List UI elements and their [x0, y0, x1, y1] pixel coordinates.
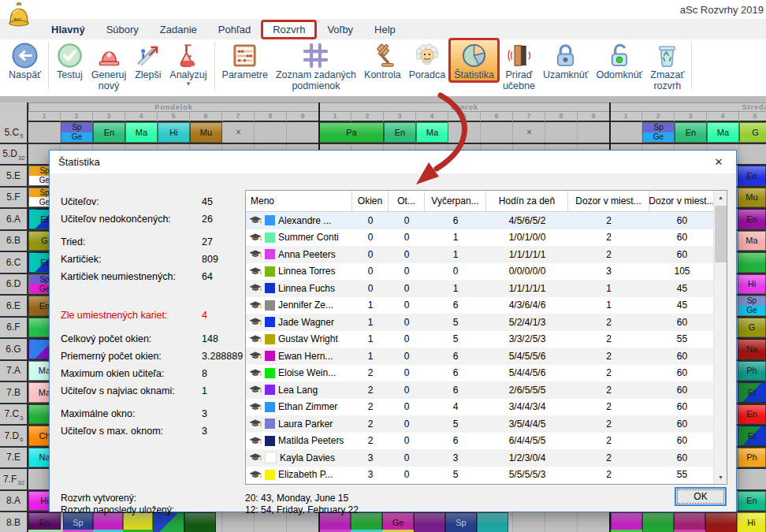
class-row-label-8.B[interactable]: 8.B — [0, 512, 28, 532]
toolbar-button-priraď[interactable]: Priraďučebne — [499, 39, 539, 91]
toolbar-button-odomknúť[interactable]: Odomknúť — [592, 39, 646, 80]
timetable-cell[interactable]: Hi — [158, 122, 190, 143]
toolbar-button-štatistika[interactable]: Štatistika — [448, 38, 500, 83]
column-header-meno[interactable]: Meno — [246, 191, 352, 211]
class-row-label-7.D[interactable]: 7.D6 — [0, 426, 28, 448]
empty-cell[interactable] — [739, 469, 766, 489]
toolbar-button-testuj[interactable]: Testuj — [52, 39, 87, 80]
empty-cell[interactable] — [448, 122, 481, 143]
timetable-cell[interactable]: Mu — [190, 122, 222, 143]
timetable-cell[interactable] — [705, 512, 737, 532]
timetable-cell[interactable]: Ma — [125, 122, 158, 143]
toolbar-button-zlepši[interactable]: Zlepši — [130, 39, 165, 80]
toolbar-button-generuj[interactable]: Generujnový — [87, 39, 130, 91]
scrollbar-up-icon[interactable]: ▲ — [714, 191, 727, 204]
timetable-cell[interactable]: Mu — [738, 188, 766, 208]
teacher-row[interactable]: Eloise Wein...2065/4/4/5/6260 — [246, 365, 727, 382]
timetable-cell[interactable]: Hi — [738, 274, 766, 295]
timetable-cell[interactable]: Sp — [445, 512, 477, 532]
class-row-label-6.G[interactable]: 6.G — [0, 339, 28, 361]
timetable-cell[interactable]: Pa — [319, 122, 384, 143]
teacher-row[interactable]: Ethan Zimmer2043/4/4/3/4260 — [246, 399, 727, 416]
timetable-cell[interactable]: G — [739, 122, 766, 143]
timetable-cell[interactable]: Ph — [738, 448, 766, 468]
timetable-cell[interactable]: Et — [738, 382, 766, 403]
column-header-5[interactable]: Dozor v miest... — [568, 191, 649, 211]
teacher-row[interactable]: Summer Conti0011/0/1/0/0260 — [246, 229, 727, 247]
timetable-cell[interactable]: Ma — [707, 122, 739, 143]
timetable-cell[interactable]: En — [93, 122, 125, 143]
timetable-cell[interactable]: Ma — [738, 231, 766, 251]
empty-cell[interactable] — [578, 512, 610, 532]
timetable-mark-cell[interactable]: × — [513, 122, 545, 143]
timetable-cell[interactable] — [184, 512, 216, 532]
timetable-cell[interactable]: Et — [738, 426, 766, 446]
teacher-row[interactable]: Jennifer Ze...1064/3/6/4/6145 — [246, 297, 727, 314]
teacher-row[interactable]: Elizabeth P...3055/5/5/5/3255 — [246, 467, 727, 484]
teacher-row[interactable]: Ewan Hern...1065/4/5/5/6260 — [246, 348, 727, 365]
menu-tab-voľby[interactable]: Voľby — [317, 20, 363, 39]
timetable-cell[interactable]: Ma — [416, 122, 448, 143]
class-row-label-5.F[interactable]: 5.F — [0, 188, 28, 210]
timetable-cell[interactable]: En — [738, 166, 766, 186]
toolbar-button-kontrola[interactable]: Kontrola — [360, 39, 405, 80]
empty-cell[interactable] — [578, 122, 610, 143]
class-row-label-6.B[interactable]: 6.B — [0, 231, 28, 253]
class-row-label-6.E[interactable]: 6.E — [0, 296, 28, 318]
class-row-label-8.A[interactable]: 8.A — [0, 491, 28, 513]
empty-cell[interactable] — [513, 512, 545, 532]
scrollbar-down-icon[interactable]: ▼ — [714, 471, 727, 484]
scrollbar-track[interactable]: ▲ ▼ — [713, 191, 727, 484]
class-row-label-7.C[interactable]: 7.C3 — [0, 404, 28, 426]
toolbar-button-naspäť[interactable]: Naspäť — [5, 39, 45, 80]
timetable-cell[interactable]: SpGe — [61, 122, 93, 143]
timetable-cell[interactable]: En — [738, 209, 766, 229]
column-header-1[interactable]: Okien — [352, 191, 389, 211]
timetable-cell[interactable]: En — [384, 122, 416, 143]
teacher-row[interactable]: Gustav Wright1053/3/2/5/3255 — [246, 331, 727, 348]
class-row-label-7.B[interactable]: 7.B — [0, 382, 28, 404]
empty-cell[interactable] — [287, 122, 319, 143]
timetable-cell[interactable]: G — [738, 318, 766, 338]
column-header-3[interactable]: Vyčerpan... — [425, 191, 486, 211]
timetable-cell[interactable]: En — [738, 404, 766, 425]
column-header-6[interactable]: Dozor v miest... — [649, 191, 715, 211]
empty-cell[interactable] — [739, 144, 766, 165]
timetable-mark-cell[interactable]: × — [222, 122, 255, 143]
timetable-cell[interactable]: SpGe — [642, 122, 675, 143]
class-row-label-6.A[interactable]: 6.A — [0, 209, 28, 231]
scrollbar-thumb[interactable] — [715, 206, 727, 262]
teacher-row[interactable]: Alexandre ...0064/5/6/5/2260 — [246, 212, 727, 229]
class-row-label-6.D[interactable]: 6.D — [0, 274, 28, 296]
timetable-cell[interactable]: En — [675, 122, 707, 143]
toolbar-button-analyzuj[interactable]: Analyzuj▾ — [165, 39, 210, 87]
teacher-row[interactable]: Linnea Torres0000/0/0/0/03105 — [246, 263, 727, 281]
ok-button[interactable]: OK — [675, 487, 727, 506]
timetable-cell[interactable]: Na — [738, 339, 766, 359]
teacher-row[interactable]: Anna Peeters0011/1/1/1/1260 — [246, 246, 727, 263]
teacher-row[interactable]: Kayla Davies3031/2/3/0/4260 — [246, 449, 727, 467]
menu-tab-zadanie[interactable]: Zadanie — [150, 20, 207, 39]
timetable-cell[interactable] — [477, 512, 508, 532]
toolbar-button-poradca[interactable]: Poradca — [405, 39, 450, 80]
timetable-cell[interactable] — [738, 252, 766, 273]
menu-tab-rozvrh[interactable]: Rozvrh — [261, 20, 317, 39]
empty-cell[interactable] — [545, 512, 578, 532]
toolbar-button-zmazať[interactable]: Zmazaťrozvrh — [646, 39, 688, 91]
teacher-row[interactable]: Jade Wagner1055/2/4/1/3260 — [246, 314, 727, 331]
timetable-cell[interactable]: Ph — [738, 361, 766, 381]
menu-tab-hlavný[interactable]: Hlavný — [41, 20, 95, 39]
menu-tab-help[interactable]: Help — [364, 20, 406, 39]
empty-cell[interactable] — [610, 122, 642, 143]
empty-cell[interactable] — [481, 122, 513, 143]
class-row-label-5.E[interactable]: 5.E — [0, 166, 28, 188]
toolbar-button-uzamknúť[interactable]: Uzamknúť — [539, 39, 592, 80]
timetable-cell[interactable] — [414, 512, 445, 532]
teacher-row[interactable]: Lea Lang2062/6/5/5/5260 — [246, 381, 727, 399]
class-row-label-6.C[interactable]: 6.C — [0, 252, 28, 274]
teacher-row[interactable]: Linnea Fuchs0011/1/1/1/1145 — [246, 280, 727, 297]
teacher-row[interactable]: Laura Parker2053/5/4/4/5260 — [246, 415, 727, 433]
class-row-label-6.F[interactable]: 6.F — [0, 318, 28, 340]
class-row-label-7.F[interactable]: 7.F32 — [0, 469, 28, 491]
class-row-label-7.E[interactable]: 7.E — [0, 448, 28, 470]
